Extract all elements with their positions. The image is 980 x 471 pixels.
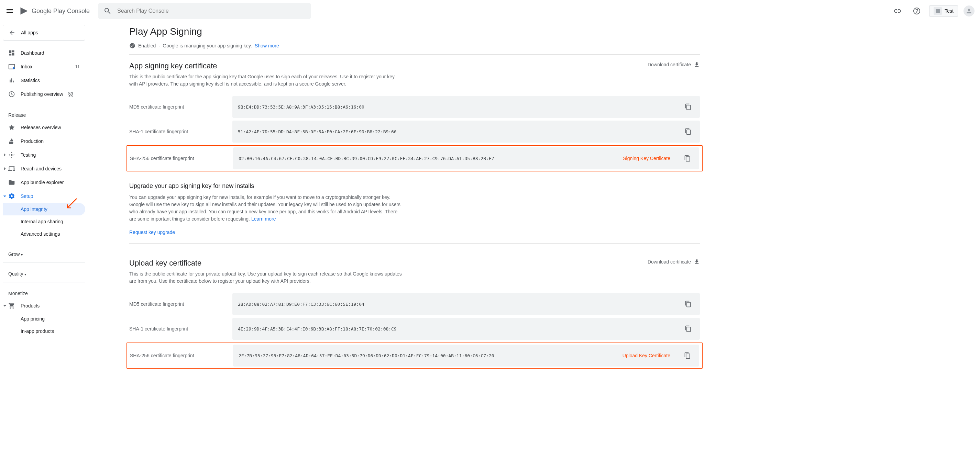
- nav-releases-overview[interactable]: Releases overview: [3, 121, 85, 134]
- inbox-badge: 11: [75, 64, 80, 69]
- show-more-link[interactable]: Show more: [255, 43, 279, 48]
- products-icon: [8, 302, 15, 309]
- upload-sha1-row: SHA-1 certificate fingerprint 4E:29:9D:4…: [129, 316, 700, 341]
- nav-production[interactable]: Production: [3, 134, 85, 148]
- upload-sha256-row: SHA-256 certificate fingerprint 2F:7B:93…: [130, 343, 699, 368]
- nav-publishing-overview[interactable]: Publishing overview: [3, 87, 85, 101]
- app-name: Test: [945, 8, 953, 14]
- copy-button[interactable]: [681, 152, 694, 165]
- menu-icon[interactable]: [5, 7, 14, 15]
- release-section-header: Release: [3, 107, 85, 121]
- grow-section-header[interactable]: Grow ▾: [3, 246, 85, 260]
- nav-reach-devices[interactable]: Reach and devices: [3, 162, 85, 176]
- signing-cert-desc: This is the public certificate for the a…: [129, 73, 404, 87]
- signing-sha256-row: SHA-256 certificate fingerprint 02:B0:16…: [130, 146, 699, 171]
- sidebar: All apps Dashboard Inbox 11 Statistics P…: [0, 22, 88, 384]
- status-enabled: Enabled: [138, 43, 156, 48]
- upload-annotation: Upload Key Certificate: [622, 353, 670, 358]
- link-icon[interactable]: [891, 4, 904, 18]
- learn-more-link[interactable]: Learn more: [251, 216, 276, 222]
- caret-down-icon: [2, 193, 8, 200]
- nav-app-integrity[interactable]: App integrity: [3, 203, 85, 216]
- caret-down-icon: [2, 302, 8, 309]
- caret-icon: [2, 152, 8, 159]
- copy-button[interactable]: [682, 323, 694, 335]
- nav-testing[interactable]: Testing: [3, 148, 85, 162]
- inbox-icon: [8, 63, 15, 70]
- nav-internal-sharing[interactable]: Internal app sharing: [3, 216, 85, 228]
- app-chip-icon: [934, 7, 942, 15]
- testing-icon: [8, 152, 15, 159]
- dashboard-icon: [8, 49, 15, 56]
- copy-button[interactable]: [681, 349, 694, 362]
- all-apps-label: All apps: [21, 30, 38, 35]
- check-circle-icon: [129, 43, 135, 49]
- signing-sha256-value: 02:B0:16:4A:C4:67:CF:C0:38:14:0A:CF:BD:B…: [239, 156, 616, 161]
- all-apps-button[interactable]: All apps: [3, 25, 85, 41]
- signing-md5-value: 9B:E4:DD:73:53:5E:A8:9A:3F:A3:D5:15:B8:A…: [238, 105, 678, 109]
- nav-inapp-products[interactable]: In-app products: [3, 325, 85, 337]
- search-box[interactable]: [98, 3, 311, 19]
- statistics-icon: [8, 77, 15, 84]
- upgrade-desc: You can upgrade your app signing key for…: [129, 194, 404, 223]
- nav-inbox[interactable]: Inbox 11: [3, 60, 85, 73]
- download-icon: [694, 259, 700, 265]
- upload-sha256-value: 2F:7B:93:27:93:E7:82:48:AD:64:57:EE:D4:0…: [239, 353, 616, 358]
- upgrade-title: Upgrade your app signing key for new ins…: [129, 182, 700, 190]
- upload-md5-value: 2B:AD:88:02:A7:81:D9:E0:F7:C3:33:6C:60:5…: [238, 301, 678, 307]
- releases-icon: [8, 124, 15, 131]
- top-bar: Google Play Console Test: [0, 0, 980, 22]
- signing-cert-title: App signing key certificate: [129, 62, 404, 70]
- avatar[interactable]: [964, 5, 975, 16]
- signing-sha1-value: 51:A2:4E:7D:55:DD:DA:8F:5B:DF:5A:F0:CA:2…: [238, 129, 678, 134]
- logo-text: Google Play Console: [32, 8, 90, 15]
- signing-sha256-highlight: SHA-256 certificate fingerprint 02:B0:16…: [127, 145, 703, 171]
- publishing-icon: [8, 91, 15, 98]
- production-icon: [8, 138, 15, 144]
- upload-cert-title: Upload key certificate: [129, 259, 404, 268]
- download-upload-cert[interactable]: Download certificate: [648, 259, 700, 265]
- copy-button[interactable]: [682, 101, 694, 113]
- svg-point-0: [13, 67, 14, 69]
- search-input[interactable]: [117, 8, 305, 14]
- svg-point-1: [11, 154, 13, 156]
- nav-advanced-settings[interactable]: Advanced settings: [3, 228, 85, 240]
- caret-icon: [2, 165, 8, 172]
- devices-icon: [8, 165, 15, 172]
- bundle-icon: [8, 179, 15, 186]
- upload-md5-row: MD5 certificate fingerprint 2B:AD:88:02:…: [129, 292, 700, 316]
- nav-app-bundle[interactable]: App bundle explorer: [3, 176, 85, 189]
- signing-md5-row: MD5 certificate fingerprint 9B:E4:DD:73:…: [129, 95, 700, 119]
- nav-products[interactable]: Products: [3, 299, 85, 312]
- copy-button[interactable]: [682, 298, 694, 310]
- status-desc: Google is managing your app signing key.: [162, 43, 252, 48]
- logo[interactable]: Google Play Console: [19, 6, 90, 16]
- setup-icon: [8, 193, 15, 200]
- upload-sha256-highlight: SHA-256 certificate fingerprint 2F:7B:93…: [127, 343, 703, 369]
- upload-sha1-value: 4E:29:9D:4F:A5:3B:C4:4F:E0:6B:3B:A8:FF:1…: [238, 327, 678, 331]
- upload-cert-desc: This is the public certificate for your …: [129, 270, 404, 285]
- signing-sha1-row: SHA-1 certificate fingerprint 51:A2:4E:7…: [129, 119, 700, 144]
- page-title: Play App Signing: [129, 22, 700, 43]
- nav-statistics[interactable]: Statistics: [3, 73, 85, 87]
- sync-off-icon: [67, 91, 74, 98]
- download-icon: [694, 62, 700, 68]
- signing-annotation: Signing Key Certiicate: [623, 155, 670, 161]
- quality-section-header[interactable]: Quality ▾: [3, 266, 85, 279]
- request-key-upgrade-link[interactable]: Request key upgrade: [129, 230, 175, 235]
- back-arrow-icon: [9, 29, 16, 36]
- main-content: Play App Signing Enabled · Google is man…: [88, 22, 741, 384]
- monetize-section-header: Monetize: [3, 285, 85, 299]
- search-icon: [103, 7, 112, 15]
- nav-app-pricing[interactable]: App pricing: [3, 312, 85, 325]
- play-logo-icon: [19, 6, 29, 16]
- copy-button[interactable]: [682, 125, 694, 138]
- status-row: Enabled · Google is managing your app si…: [129, 43, 700, 55]
- nav-setup[interactable]: Setup: [3, 189, 85, 203]
- download-signing-cert[interactable]: Download certificate: [648, 62, 700, 68]
- app-selector[interactable]: Test: [929, 5, 958, 17]
- help-icon[interactable]: [910, 4, 924, 18]
- nav-dashboard[interactable]: Dashboard: [3, 46, 85, 60]
